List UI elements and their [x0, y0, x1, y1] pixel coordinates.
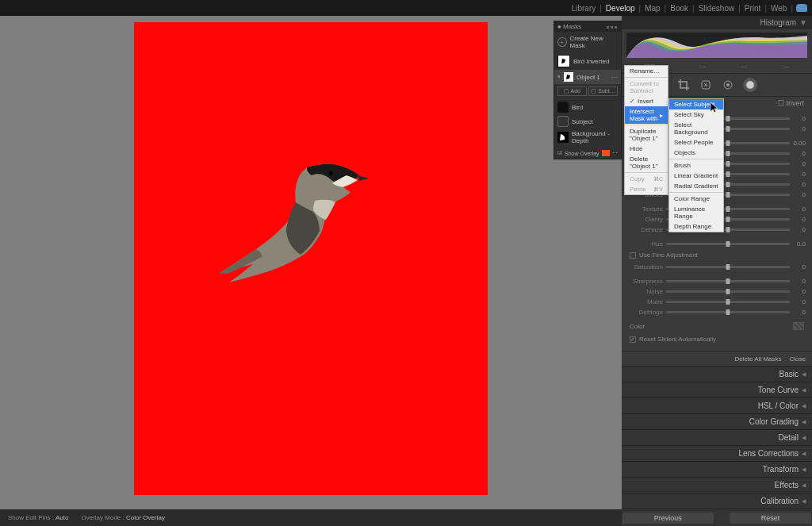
panel-detail[interactable]: Detail◀	[622, 430, 812, 446]
use-fine-adjust-checkbox[interactable]	[630, 252, 636, 259]
component-thumb-icon	[557, 116, 569, 127]
submenu-select-subject[interactable]: Select Subject	[669, 99, 723, 109]
mask-thumb-object1	[564, 72, 573, 82]
panel-lens-corrections[interactable]: Lens Corrections◀	[622, 446, 812, 462]
crop-tool-icon[interactable]	[676, 78, 691, 92]
intersect-submenu: Select Subject Select Sky Select Backgro…	[668, 98, 724, 232]
mask-thumb-bird	[557, 55, 570, 67]
overlay-mode-dropdown[interactable]: Color Overlay	[126, 514, 165, 521]
menu-invert[interactable]: ✓Invert	[625, 96, 668, 106]
module-map[interactable]: Map	[641, 4, 664, 13]
menu-paste: Paste⌘V	[625, 184, 668, 194]
bottom-bar: Show Edit Pins : Auto Overlay Mode : Col…	[0, 509, 812, 526]
mask-component-bird[interactable]: Bird	[554, 100, 621, 114]
bird-subject	[212, 129, 378, 284]
menu-rename[interactable]: Rename…	[625, 66, 668, 76]
menu-duplicate[interactable]: Duplicate "Object 1"	[625, 126, 668, 144]
plus-icon: +	[557, 37, 567, 47]
chevron-down-icon: ▾	[557, 74, 561, 80]
module-print[interactable]: Print	[741, 4, 765, 13]
defringe-slider[interactable]	[666, 311, 790, 313]
masking-tool-icon[interactable]	[743, 78, 757, 92]
panel-basic[interactable]: Basic◀	[622, 367, 812, 382]
panel-color-grading[interactable]: Color Grading◀	[622, 414, 812, 430]
cloud-sync-icon[interactable]	[796, 4, 807, 12]
submenu-select-sky[interactable]: Select Sky	[669, 109, 723, 120]
previous-button[interactable]: Previous	[622, 513, 714, 524]
create-new-mask-button[interactable]: +Create New Mask	[554, 32, 621, 52]
module-book[interactable]: Book	[666, 4, 692, 13]
submenu-select-background[interactable]: Select Background	[669, 120, 723, 137]
menu-copy: Copy⌘C	[625, 174, 668, 184]
masks-panel-more-icon[interactable]	[606, 23, 618, 30]
menu-convert-subtract: Convert to Subtract	[625, 79, 668, 96]
panel-calibration[interactable]: Calibration◀	[622, 493, 812, 509]
show-overlay-checkbox[interactable]: ☑	[557, 150, 562, 156]
sharpness-slider[interactable]	[666, 280, 790, 282]
submenu-radial-gradient[interactable]: Radial Gradient	[669, 181, 723, 191]
develop-accordion: Basic◀ Tone Curve◀ HSL / Color◀ Color Gr…	[622, 366, 812, 509]
canvas[interactable]	[0, 16, 622, 509]
mask-subtract-button[interactable]: ▢ Subt…	[588, 86, 618, 96]
component-thumb-icon	[557, 132, 569, 143]
overlay-options-icon[interactable]: ⋯	[612, 150, 618, 156]
panel-effects[interactable]: Effects◀	[622, 478, 812, 493]
submenu-color-range[interactable]: Color Range	[669, 194, 723, 204]
panel-transform[interactable]: Transform◀	[622, 462, 812, 478]
module-slideshow[interactable]: Slideshow	[695, 4, 739, 13]
delete-all-masks-button[interactable]: Delete All Masks	[734, 355, 781, 363]
component-thumb-icon	[557, 102, 569, 113]
color-swatch[interactable]	[793, 322, 804, 330]
heal-tool-icon[interactable]	[699, 78, 713, 92]
submenu-objects[interactable]: Objects	[669, 148, 723, 158]
mask-add-button[interactable]: ▢ Add	[557, 86, 587, 96]
mask-object-1[interactable]: ▾ Object 1 ⋯	[554, 70, 621, 84]
menu-delete[interactable]: Delete "Object 1"	[625, 154, 668, 171]
panel-tone-curve[interactable]: Tone Curve◀	[622, 382, 812, 398]
mask-context-menu: Rename… Convert to Subtract ✓Invert Inte…	[624, 65, 668, 195]
edit-pins-dropdown[interactable]: Auto	[56, 514, 68, 521]
histogram[interactable]	[626, 33, 807, 58]
redeye-tool-icon[interactable]	[721, 78, 735, 92]
mask-component-background-depth[interactable]: Background - Depth	[554, 129, 621, 146]
svg-point-0	[329, 171, 333, 175]
invert-mask-checkbox[interactable]: ☐ Invert	[778, 99, 804, 107]
moire-slider[interactable]	[666, 301, 790, 303]
submenu-brush[interactable]: Brush	[669, 160, 723, 171]
menu-hide[interactable]: Hide	[625, 144, 668, 154]
submenu-depth-range[interactable]: Depth Range	[669, 221, 723, 232]
svg-point-3	[726, 83, 730, 86]
reset-button[interactable]: Reset	[730, 513, 812, 524]
noise-slider[interactable]	[666, 290, 790, 293]
submenu-luminance-range[interactable]: Luminance Range	[669, 204, 723, 221]
masks-panel[interactable]: ● Masks +Create New Mask Bird Inverted ▾…	[553, 21, 622, 159]
module-library[interactable]: Library	[568, 4, 600, 13]
reset-sliders-auto-checkbox[interactable]	[630, 336, 636, 343]
panel-hsl-color[interactable]: HSL / Color◀	[622, 398, 812, 414]
submenu-linear-gradient[interactable]: Linear Gradient	[669, 171, 723, 181]
hue-slider[interactable]	[666, 243, 790, 245]
histogram-label: Histogram	[760, 18, 797, 27]
mask-bird-inverted[interactable]: Bird Inverted	[554, 52, 621, 70]
submenu-select-people[interactable]: Select People	[669, 137, 723, 148]
photo-with-mask-overlay	[134, 22, 488, 495]
overlay-color-swatch[interactable]	[602, 150, 610, 156]
close-mask-panel-button[interactable]: Close	[790, 355, 806, 363]
module-develop[interactable]: Develop	[602, 4, 639, 13]
mask-options-icon[interactable]: ⋯	[611, 74, 618, 81]
mask-component-subject[interactable]: Subject	[554, 114, 621, 129]
module-bar: Library| Develop| Map| Book| Slideshow| …	[0, 0, 812, 16]
module-web[interactable]: Web	[767, 4, 791, 13]
saturation-slider[interactable]	[666, 266, 790, 268]
menu-intersect-mask-with[interactable]: Intersect Mask with▸	[625, 106, 668, 124]
